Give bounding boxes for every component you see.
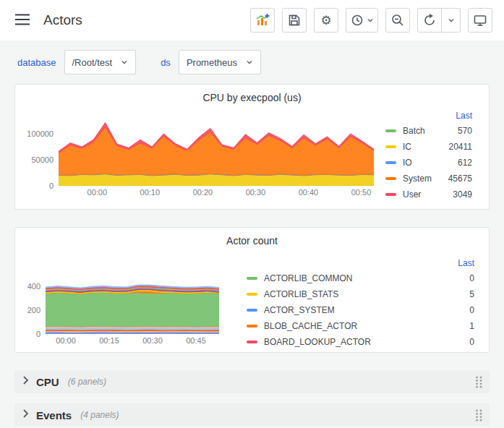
variable-select-database[interactable]: /Root/test bbox=[64, 50, 137, 74]
x-tick-label: 00:10 bbox=[140, 188, 161, 197]
page-title: Actors bbox=[43, 12, 82, 28]
panel-actor-count: Actor count 0200400 00:0000:1500:3000:45… bbox=[14, 227, 490, 353]
legend-last-value: 0 bbox=[443, 337, 483, 347]
dashboard-settings-button[interactable]: ⚙ bbox=[314, 8, 338, 33]
toolbar: ⚙ bbox=[250, 8, 492, 33]
actor-chart-legend: LastACTORLIB_COMMON0ACTORLIB_STATS5ACTOR… bbox=[235, 257, 483, 350]
legend-series-name[interactable]: Batch bbox=[403, 126, 440, 136]
x-tick-label: 00:30 bbox=[246, 188, 266, 197]
legend-row: BOARD_LOOKUP_ACTOR0 bbox=[235, 334, 483, 350]
row-panel-count: (4 panels) bbox=[80, 410, 119, 420]
legend-series-swatch bbox=[247, 277, 257, 280]
clock-icon bbox=[350, 13, 364, 27]
navbar: Actors ⚙ bbox=[0, 0, 504, 40]
submenu: database /Root/test ds Prometheus bbox=[0, 40, 504, 78]
dashboard-row-events[interactable]: Events (4 panels) bbox=[14, 403, 490, 427]
cpu-chart-legend: LastBatch570IC20411IO612System45675User3… bbox=[374, 109, 481, 202]
refresh-button[interactable] bbox=[417, 8, 442, 33]
hamburger-icon bbox=[14, 13, 30, 28]
legend-last-value: 1 bbox=[443, 321, 483, 331]
zoom-out-button[interactable] bbox=[385, 8, 410, 33]
add-panel-button[interactable] bbox=[250, 8, 275, 33]
legend-last-value: 45675 bbox=[440, 174, 481, 184]
legend-series-swatch bbox=[247, 325, 257, 328]
y-tick-label: 100000 bbox=[27, 129, 54, 139]
panel-title[interactable]: Actor count bbox=[21, 232, 483, 249]
legend-last-value: 612 bbox=[440, 158, 481, 168]
legend-last-value: 0 bbox=[443, 305, 483, 315]
menu-toggle-button[interactable] bbox=[12, 10, 33, 31]
legend-series-name[interactable]: ACTORLIB_STATS bbox=[264, 289, 443, 299]
cpu-chart-x-axis: 00:0000:1000:2000:3000:4000:50 bbox=[59, 186, 374, 197]
legend-series-name[interactable]: System bbox=[403, 174, 440, 184]
legend-series-name[interactable]: ACTORLIB_COMMON bbox=[264, 273, 443, 283]
variable-value-database: /Root/test bbox=[72, 57, 113, 68]
x-tick-label: 00:50 bbox=[351, 188, 372, 197]
series-area-ACTORLIB_COMMON bbox=[46, 292, 219, 327]
x-tick-label: 00:00 bbox=[56, 336, 76, 345]
variable-label-ds: ds bbox=[161, 57, 171, 68]
panel-cpu-by-execpool: CPU by execpool (us) 050000100000 00:000… bbox=[14, 84, 490, 210]
dashboard-row-cpu[interactable]: CPU (6 panels) bbox=[14, 370, 490, 393]
panel-title[interactable]: CPU by execpool (us) bbox=[21, 89, 483, 106]
legend-last-value: 0 bbox=[443, 273, 483, 283]
refresh-icon bbox=[422, 13, 437, 27]
legend-last-value: 20411 bbox=[440, 142, 481, 152]
legend-series-swatch bbox=[385, 161, 396, 164]
legend-row: Batch570 bbox=[374, 123, 481, 139]
dashboard-canvas: CPU by execpool (us) 050000100000 00:000… bbox=[0, 78, 504, 427]
x-tick-label: 00:45 bbox=[186, 336, 206, 345]
chevron-down-icon bbox=[121, 57, 128, 68]
actor-chart: 0200400 00:0000:1500:3000:45 bbox=[21, 267, 219, 350]
legend-row: ACTOR_SYSTEM0 bbox=[235, 302, 483, 318]
legend-series-name[interactable]: BOARD_LOOKUP_ACTOR bbox=[264, 337, 443, 347]
cpu-chart-canvas[interactable] bbox=[59, 116, 374, 186]
series-area-System bbox=[59, 127, 374, 175]
drag-handle-icon[interactable] bbox=[474, 408, 484, 422]
variable-group-database: database /Root/test bbox=[17, 50, 136, 74]
row-title[interactable]: Events bbox=[36, 409, 72, 421]
x-tick-label: 00:30 bbox=[142, 336, 163, 345]
variable-select-ds[interactable]: Prometheus bbox=[179, 50, 261, 74]
y-tick-label: 200 bbox=[27, 305, 40, 315]
save-dashboard-button[interactable] bbox=[282, 8, 307, 33]
settings-gear-icon: ⚙ bbox=[320, 14, 331, 27]
y-tick-label: 400 bbox=[27, 281, 40, 291]
refresh-button-group bbox=[417, 8, 461, 33]
legend-series-swatch bbox=[385, 129, 396, 132]
chevron-right-icon bbox=[20, 374, 30, 389]
add-panel-icon bbox=[255, 13, 270, 27]
actor-chart-x-axis: 00:0000:1500:3000:45 bbox=[46, 334, 219, 346]
x-tick-label: 00:15 bbox=[99, 336, 119, 345]
time-picker-button[interactable] bbox=[346, 8, 378, 33]
legend-row: IO612 bbox=[374, 155, 481, 171]
chevron-down-icon bbox=[448, 17, 455, 24]
drag-handle-icon[interactable] bbox=[474, 375, 484, 389]
chevron-down-icon bbox=[246, 57, 253, 68]
legend-row: IC20411 bbox=[374, 139, 481, 155]
x-tick-label: 00:20 bbox=[193, 188, 213, 197]
legend-series-name[interactable]: IC bbox=[403, 142, 440, 152]
legend-series-name[interactable]: IO bbox=[403, 158, 440, 168]
legend-last-value: 3049 bbox=[440, 189, 481, 200]
chevron-right-icon bbox=[20, 408, 30, 422]
x-tick-label: 00:40 bbox=[299, 188, 319, 197]
refresh-interval-button[interactable] bbox=[442, 8, 461, 33]
cycle-view-button[interactable] bbox=[468, 8, 492, 33]
variable-label-database: database bbox=[17, 57, 56, 68]
legend-series-name[interactable]: ACTOR_SYSTEM bbox=[264, 305, 443, 315]
row-title[interactable]: CPU bbox=[36, 376, 59, 388]
legend-last-value: 570 bbox=[440, 126, 481, 136]
legend-last-header[interactable]: Last bbox=[235, 257, 483, 270]
legend-series-name[interactable]: BLOB_CACHE_ACTOR bbox=[264, 321, 443, 331]
cpu-chart: 050000100000 00:0000:1000:2000:3000:4000… bbox=[21, 116, 374, 202]
series-area-IC bbox=[59, 174, 374, 186]
legend-series-swatch bbox=[385, 193, 396, 196]
legend-row: User3049 bbox=[374, 187, 481, 202]
legend-series-name[interactable]: User bbox=[403, 189, 440, 200]
legend-row: ACTORLIB_COMMON0 bbox=[235, 270, 483, 286]
actor-chart-canvas[interactable] bbox=[46, 267, 219, 334]
legend-series-swatch bbox=[247, 293, 257, 296]
legend-series-swatch bbox=[385, 177, 396, 180]
legend-last-header[interactable]: Last bbox=[374, 109, 481, 123]
